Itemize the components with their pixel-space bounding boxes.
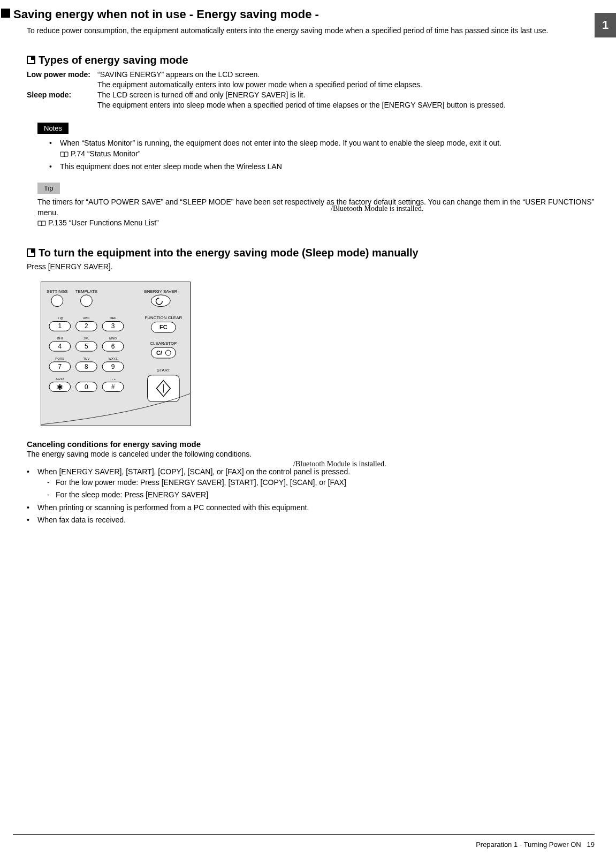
svg-text:. - +: . - + [110, 377, 116, 381]
svg-text:#: # [111, 383, 115, 391]
list-item: When fax data is received. [27, 515, 603, 526]
cancel-desc: The energy saving mode is canceled under… [27, 450, 603, 458]
tip-block: Tip The timers for “AUTO POWER SAVE” and… [37, 183, 603, 229]
section-title: Saving energy when not in use - Energy s… [1, 7, 603, 21]
press-line: Press [ENERGY SAVER]. [27, 262, 603, 271]
svg-text:PQRS: PQRS [55, 357, 64, 360]
svg-text:4: 4 [58, 343, 62, 350]
book-icon [60, 151, 69, 157]
svg-text:5: 5 [85, 343, 88, 350]
sub-list: For the low power mode: Press [ENERGY SA… [47, 478, 603, 501]
svg-text:DEF: DEF [110, 316, 116, 320]
svg-text:8: 8 [85, 363, 88, 370]
svg-text:2: 2 [85, 322, 88, 330]
section-title-text: Saving energy when not in use - Energy s… [13, 7, 319, 21]
low-power-label: Low power mode: [27, 70, 97, 90]
notes-label: Notes [37, 123, 69, 134]
svg-text:MNO: MNO [109, 337, 117, 340]
svg-text:3: 3 [111, 322, 115, 330]
svg-text:GHI: GHI [57, 337, 63, 340]
svg-text:JKL: JKL [83, 337, 89, 340]
svg-rect-5 [151, 347, 176, 358]
bookmark-icon [27, 248, 35, 257]
footer-text: Preparation 1 - Turning Power ON 19 [476, 840, 595, 849]
svg-text:✱: ✱ [57, 383, 63, 391]
svg-text:9: 9 [111, 363, 115, 370]
black-square-icon [1, 9, 10, 18]
svg-text:Aa/12: Aa/12 [56, 377, 64, 381]
sub-list-item: For the sleep mode: Press [ENERGY SAVER] [47, 490, 603, 501]
template-label: TEMPLATE [75, 289, 97, 294]
types-heading: Types of energy saving mode [27, 54, 603, 66]
footer-divider [13, 834, 595, 835]
tip-text: The timers for “AUTO POWER SAVE” and “SL… [37, 197, 603, 229]
svg-text:ABC: ABC [83, 316, 90, 320]
sleep-mode-desc: The LCD screen is turned off and only [E… [97, 90, 511, 110]
settings-label: SETTINGS [47, 289, 68, 294]
book-ref: P.135 “User Functions Menu List” [37, 218, 159, 229]
notes-block: Notes When “Status Monitor” is running, … [37, 123, 603, 172]
svg-point-2 [80, 295, 92, 307]
function-clear-label: FUNCTION CLEAR [145, 315, 182, 320]
svg-text:WXYZ: WXYZ [108, 357, 118, 360]
clear-stop-label: CLEAR/STOP [150, 341, 177, 346]
modes-table: Low power mode: “SAVING ENERGY” appears … [27, 70, 511, 110]
bookmark-icon [27, 56, 35, 64]
list-item: When [ENERGY SAVER], [START], [COPY], [S… [27, 467, 603, 501]
fc-label: FC [159, 324, 168, 330]
book-icon [37, 221, 46, 226]
notes-list: When “Status Monitor” is running, the eq… [49, 138, 603, 172]
note-item: When “Status Monitor” is running, the eq… [49, 138, 603, 159]
svg-text:. / @: . / @ [56, 316, 63, 320]
sleep-mode-label: Sleep mode: [27, 90, 97, 110]
svg-point-3 [151, 295, 171, 307]
book-ref: P.74 “Status Monitor” [60, 149, 140, 160]
tip-label: Tip [37, 183, 60, 194]
intro-text: To reduce power consumption, the equipme… [27, 26, 603, 36]
chapter-tab: 1 [595, 13, 616, 37]
svg-text:7: 7 [58, 363, 62, 370]
svg-text:1: 1 [58, 322, 62, 330]
start-label: START [157, 368, 170, 373]
svg-text:0: 0 [85, 383, 88, 391]
svg-text:6: 6 [111, 343, 115, 350]
c-btn: C/ [156, 350, 162, 356]
list-item: When printing or scanning is performed f… [27, 503, 603, 513]
manual-heading: To turn the equipment into the energy sa… [27, 247, 603, 259]
cancel-list: When [ENERGY SAVER], [START], [COPY], [S… [27, 467, 603, 526]
note-item: This equipment does not enter sleep mode… [49, 162, 603, 172]
energy-saver-label: ENERGY SAVER [144, 289, 177, 294]
annotation-1: /Bluetooth Module is installed. [331, 204, 423, 213]
control-panel-figure: SETTINGS TEMPLATE ENERGY SAVER FUNCTION … [41, 282, 603, 428]
cancel-heading: Canceling conditions for energy saving m… [27, 440, 603, 449]
svg-text:TUV: TUV [83, 357, 89, 360]
sub-list-item: For the low power mode: Press [ENERGY SA… [47, 478, 603, 488]
low-power-desc: “SAVING ENERGY” appears on the LCD scree… [97, 70, 511, 90]
svg-point-1 [51, 295, 63, 307]
control-panel-svg: SETTINGS TEMPLATE ENERGY SAVER FUNCTION … [41, 282, 191, 426]
